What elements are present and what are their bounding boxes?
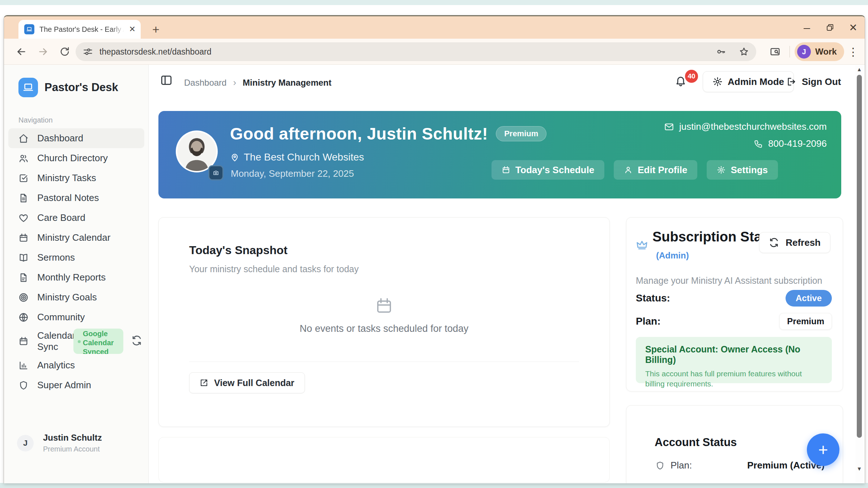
page-scrollbar[interactable]: ▲ ▼ [855, 65, 863, 482]
new-tab-button[interactable]: + [148, 21, 164, 37]
sidebar-item-analytics[interactable]: Analytics [8, 355, 144, 375]
side-panel-search-icon[interactable] [768, 44, 782, 59]
status-row: Status: Active [636, 290, 832, 307]
reload-button[interactable] [58, 44, 72, 59]
user-account-type: Premium Account [43, 445, 102, 453]
edit-profile-button[interactable]: Edit Profile [614, 160, 697, 180]
profile-avatar: J [797, 45, 811, 59]
subscription-admin-tag: (Admin) [656, 251, 689, 260]
browser-window: The Pastor's Desk - Early Access ✕ + – ✕ [4, 15, 865, 483]
refresh-icon [769, 237, 779, 248]
toolbar-divider [790, 46, 790, 57]
account-plan-label: Plan: [671, 460, 692, 471]
sidebar-item-dashboard[interactable]: Dashboard [8, 128, 144, 148]
page-background-bottom [0, 483, 868, 488]
site-settings-icon[interactable] [83, 47, 93, 57]
church-name: The Best Church Websites [244, 151, 364, 163]
report-file-icon [18, 273, 29, 283]
envelope-icon [664, 122, 674, 132]
special-account-body: This account has full premium features w… [645, 369, 822, 389]
user-avatar: J [17, 435, 34, 451]
todays-schedule-button[interactable]: Today's Schedule [492, 160, 604, 180]
sidebar-item-pastoral-notes[interactable]: Pastoral Notes [8, 188, 144, 208]
breadcrumb-parent[interactable]: Dashboard [184, 78, 226, 88]
sidebar-item-ministry-calendar[interactable]: Ministry Calendar [8, 228, 144, 248]
welcome-banner: Good afternoon, Justin Schultz! Premium … [158, 111, 841, 198]
schedule-calendar-icon [502, 166, 510, 174]
refresh-button[interactable]: Refresh [759, 232, 830, 253]
special-account-notice: Special Account: Owner Access (No Billin… [636, 337, 832, 383]
password-key-icon[interactable] [716, 47, 726, 57]
person-icon [624, 166, 633, 174]
breadcrumb: Dashboard › Ministry Management [184, 77, 331, 88]
greeting-title: Good afternoon, Justin Schultz! [230, 124, 488, 144]
scrollbar-thumb[interactable] [857, 75, 862, 438]
gear-icon [712, 77, 723, 87]
browser-profile-chip[interactable]: J Work [795, 42, 844, 61]
target-icon [18, 292, 29, 303]
tab-favicon-icon [24, 24, 34, 34]
account-status-title: Account Status [655, 436, 737, 449]
browser-tab[interactable]: The Pastor's Desk - Early Access ✕ [18, 20, 141, 39]
lower-card-partial [158, 437, 610, 483]
main-content: Dashboard › Ministry Management 40 Admin… [149, 65, 864, 483]
minimize-button[interactable]: – [795, 16, 818, 39]
sidebar-item-community[interactable]: Community [8, 307, 144, 327]
sidebar-item-monthly-reports[interactable]: Monthly Reports [8, 267, 144, 287]
sidebar-item-care-board[interactable]: Care Board [8, 208, 144, 228]
laptop-logo-icon [18, 78, 38, 97]
subscription-status-card: Subscription Status (Admin) Refresh Mana… [626, 217, 843, 391]
home-icon [18, 133, 29, 144]
todays-snapshot-card: Today's Snapshot Your ministry schedule … [158, 217, 610, 427]
view-full-calendar-button[interactable]: View Full Calendar [189, 372, 305, 393]
sync-refresh-icon[interactable] [131, 335, 142, 346]
book-open-icon [18, 253, 29, 263]
sidebar-item-church-directory[interactable]: Church Directory [8, 148, 144, 168]
file-text-icon [18, 193, 29, 203]
breadcrumb-current: Ministry Management [243, 78, 331, 88]
phone-value: 800-419-2096 [768, 138, 827, 149]
sidebar-item-sermons[interactable]: Sermons [8, 248, 144, 267]
snapshot-title: Today's Snapshot [189, 244, 288, 257]
nav-list: Dashboard Church Directory Ministry Task… [8, 128, 144, 395]
sign-out-button[interactable]: Sign Out [782, 71, 845, 92]
users-icon [18, 153, 29, 163]
sidebar-item-ministry-tasks[interactable]: Ministry Tasks [8, 168, 144, 188]
settings-gear-icon [717, 166, 726, 174]
status-label: Status: [636, 292, 670, 304]
close-window-button[interactable]: ✕ [842, 16, 865, 39]
add-floating-button[interactable]: + [807, 433, 839, 466]
bookmark-star-icon[interactable] [739, 47, 749, 57]
tab-close-icon[interactable]: ✕ [129, 25, 136, 33]
breadcrumb-chevron-icon: › [233, 77, 236, 88]
sidebar-toggle-icon[interactable] [160, 74, 173, 86]
admin-mode-button[interactable]: Admin Mode [703, 71, 794, 92]
change-photo-button[interactable] [208, 165, 224, 180]
sidebar-item-calendar-sync[interactable]: Calendar Sync Google Calendar Synced [8, 327, 144, 355]
bar-chart-icon [18, 360, 29, 371]
forward-button[interactable] [36, 44, 50, 59]
back-button[interactable] [14, 44, 29, 59]
scroll-down-arrow-icon[interactable]: ▼ [855, 466, 863, 472]
address-bar[interactable]: thepastorsdesk.net/dashboard [76, 42, 756, 61]
external-link-icon [200, 378, 208, 387]
plan-shield-icon [655, 461, 665, 470]
crown-icon [636, 239, 648, 251]
special-account-title: Special Account: Owner Access (No Billin… [645, 344, 822, 365]
notifications-button[interactable]: 40 [675, 75, 686, 88]
sign-out-icon [787, 77, 797, 87]
sidebar-user[interactable]: J Justin Schultz Premium Account [17, 433, 102, 453]
sidebar-item-super-admin[interactable]: Super Admin [8, 375, 144, 395]
plan-badge: Premium [779, 313, 832, 330]
settings-button[interactable]: Settings [707, 160, 778, 180]
user-name: Justin Schultz [43, 433, 102, 443]
calendar-icon [18, 233, 29, 243]
sidebar-item-ministry-goals[interactable]: Ministry Goals [8, 287, 144, 307]
browser-menu-icon[interactable]: ⋮ [846, 44, 860, 59]
heart-icon [18, 213, 29, 223]
scroll-up-arrow-icon[interactable]: ▲ [855, 66, 863, 72]
restore-button[interactable] [818, 16, 842, 39]
status-badge: Active [786, 290, 832, 307]
app-logo: Pastor's Desk [18, 78, 118, 97]
subscription-subtitle: Manage your Ministry AI Assistant subscr… [636, 275, 822, 286]
